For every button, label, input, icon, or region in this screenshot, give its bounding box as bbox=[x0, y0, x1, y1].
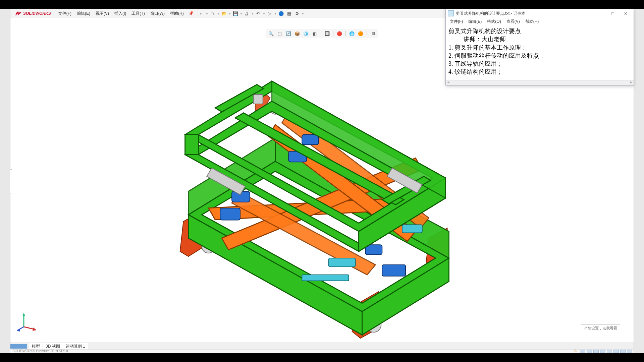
note-item-3: 3. 直线导轨的应用； bbox=[448, 60, 631, 68]
solidworks-logo-icon bbox=[15, 11, 22, 16]
svg-rect-13 bbox=[254, 95, 263, 104]
solidworks-logo: SOLIDWORKS bbox=[10, 11, 56, 16]
print-icon[interactable]: 🖨 bbox=[243, 10, 251, 17]
letterbox-top bbox=[0, 0, 644, 9]
notepad-menu-4[interactable]: 帮助(H) bbox=[523, 18, 542, 25]
bottom-tabbar: 模型3D 视图运动算例 1 bbox=[10, 343, 634, 350]
display-style-icon[interactable]: ◧ bbox=[311, 30, 318, 37]
status-right-icons bbox=[580, 349, 632, 353]
menu-0[interactable]: 文件(F) bbox=[56, 9, 74, 18]
bottom-tab-1[interactable]: 3D 视图 bbox=[43, 343, 63, 349]
select-icon[interactable]: ▷ bbox=[266, 10, 273, 17]
heads-up-toolbar: 🔍 ⬚ 🔄 📦 🧊 ◧ 🔲 🔴 🌐 🟠 🖥 bbox=[266, 29, 378, 38]
new-icon[interactable]: 🗋 bbox=[209, 10, 216, 17]
solidworks-brand: SOLIDWORKS bbox=[23, 11, 51, 16]
svg-rect-10 bbox=[329, 258, 356, 267]
svg-rect-7 bbox=[302, 135, 319, 145]
notepad-text-area[interactable]: 剪叉式升降机构的设计要点 讲师：大山老师 1. 剪叉升降的基本工作原理；2. 伺… bbox=[446, 25, 634, 80]
edit-appearance-icon[interactable]: 🔴 bbox=[336, 30, 343, 37]
maximize-button[interactable]: □ bbox=[607, 10, 619, 17]
personal-settings-button[interactable]: 个性设置，点我看看 bbox=[581, 324, 620, 332]
timeline-scroller[interactable] bbox=[10, 344, 27, 349]
notepad-menu-3[interactable]: 查看(V) bbox=[504, 18, 523, 25]
undo-icon[interactable]: ↶ bbox=[255, 10, 262, 17]
settings-icon[interactable]: ⚙ bbox=[293, 10, 301, 17]
zoom-fit-icon[interactable]: 🔍 bbox=[268, 30, 274, 37]
close-button[interactable]: ✕ bbox=[620, 10, 632, 17]
triad-icon bbox=[17, 311, 37, 331]
notepad-app-icon bbox=[448, 10, 454, 16]
menu-6[interactable]: 帮助(H) bbox=[167, 9, 186, 18]
menu-3[interactable]: 插入(I) bbox=[112, 9, 129, 18]
feature-tree-handle[interactable] bbox=[10, 169, 12, 193]
view-orientation-icon[interactable]: 🧊 bbox=[303, 30, 309, 37]
letterbox-bottom bbox=[0, 353, 644, 362]
menu-5[interactable]: 窗口(W) bbox=[148, 9, 167, 18]
note-subtitle: 讲师：大山老师 bbox=[448, 35, 631, 43]
note-item-1: 1. 剪叉升降的基本工作原理； bbox=[448, 44, 631, 52]
apply-scene-icon[interactable]: 🌐 bbox=[348, 30, 355, 37]
save-icon[interactable]: 💾 bbox=[232, 10, 239, 17]
notepad-titlebar[interactable]: 剪叉式升降机构的设计要点.txt - 记事本 — □ ✕ bbox=[446, 9, 634, 18]
previous-view-icon[interactable]: 🔄 bbox=[285, 30, 292, 37]
open-icon[interactable]: 📂 bbox=[220, 10, 228, 17]
menu-1[interactable]: 编辑(E) bbox=[74, 9, 93, 18]
view-settings-icon[interactable]: 🟠 bbox=[357, 30, 364, 37]
note-item-4: 4. 铰链结构的应用； bbox=[448, 68, 631, 76]
section-view-icon[interactable]: 📦 bbox=[294, 30, 301, 37]
svg-marker-17 bbox=[33, 327, 37, 331]
notepad-menubar: 文件(F)编辑(E)格式(O)查看(V)帮助(H) bbox=[446, 18, 634, 25]
svg-rect-4 bbox=[220, 208, 240, 220]
hide-show-icon[interactable]: 🔲 bbox=[324, 30, 330, 37]
svg-rect-11 bbox=[402, 225, 422, 233]
svg-rect-9 bbox=[382, 265, 406, 276]
notepad-menu-1[interactable]: 编辑(E) bbox=[466, 18, 484, 25]
quick-access-toolbar: ⌂▾ 🗋▾ 📂▾ 💾▾ 🖨▾ ↶▾ ▷▾ 🔵 ▦ ⚙▾ bbox=[198, 10, 304, 17]
bottom-tab-2[interactable]: 运动算例 1 bbox=[63, 343, 88, 349]
svg-marker-15 bbox=[22, 313, 25, 316]
notepad-h-scrollbar[interactable] bbox=[446, 80, 634, 85]
rebuild-icon[interactable]: 🔵 bbox=[277, 10, 285, 17]
menu-4[interactable]: 工具(T) bbox=[129, 9, 147, 18]
home-icon[interactable]: ⌂ bbox=[198, 10, 205, 17]
notepad-title-text: 剪叉式升降机构的设计要点.txt - 记事本 bbox=[456, 11, 594, 16]
menu-2[interactable]: 视图(V) bbox=[93, 9, 112, 18]
notepad-window: 剪叉式升降机构的设计要点.txt - 记事本 — □ ✕ 文件(F)编辑(E)格… bbox=[445, 9, 634, 85]
minimize-button[interactable]: — bbox=[594, 10, 606, 17]
pin-icon[interactable]: 📌 bbox=[189, 11, 194, 16]
status-bar: SOLIDWORKS Premium 2019 SP5.0 S bbox=[12, 349, 634, 353]
note-heading: 剪叉式升降机构的设计要点 bbox=[448, 27, 631, 35]
bottom-tab-0[interactable]: 模型 bbox=[29, 343, 43, 349]
svg-rect-12 bbox=[302, 275, 348, 281]
status-text: SOLIDWORKS Premium 2019 SP5.0 bbox=[12, 349, 68, 353]
zoom-window-icon[interactable]: ⬚ bbox=[276, 30, 283, 37]
notepad-menu-0[interactable]: 文件(F) bbox=[447, 18, 466, 25]
notepad-menu-2[interactable]: 格式(O) bbox=[484, 18, 503, 25]
note-item-2: 2. 伺服驱动丝杆传动的应用及特点； bbox=[448, 52, 631, 60]
options-icon[interactable]: ▦ bbox=[285, 10, 293, 17]
render-icon[interactable]: 🖥 bbox=[370, 30, 376, 37]
ime-indicator: S bbox=[574, 350, 577, 353]
